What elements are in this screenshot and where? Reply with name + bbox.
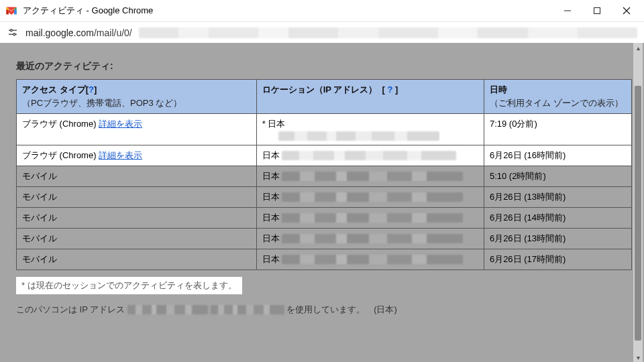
cell-datetime: 6月26日 (14時間前)	[484, 207, 631, 228]
show-details-link[interactable]: 詳細を表示	[99, 119, 142, 129]
location-redacted	[282, 151, 456, 160]
table-row: モバイル日本 5:10 (2時間前)	[17, 166, 632, 186]
cell-access-type: モバイル	[17, 186, 257, 207]
cell-access-type: モバイル	[17, 249, 257, 269]
cell-location: 日本	[256, 145, 484, 166]
col-access-type: アクセス タイプ[?] （PCブラウザ、携帯電話、POP3 など）	[17, 80, 257, 114]
cell-access-type: モバイル	[17, 166, 257, 186]
location-redacted	[282, 213, 463, 223]
url-host: mail.google.com	[25, 27, 94, 38]
url-path: /mail/u/0/	[94, 27, 132, 38]
window-title: アクティビティ - Google Chrome	[23, 5, 153, 17]
location-redacted	[282, 192, 463, 202]
address-bar: mail.google.com/mail/u/0/	[0, 21, 644, 43]
close-button[interactable]	[612, 1, 641, 21]
cell-access-type: モバイル	[17, 228, 257, 249]
maximize-button[interactable]	[582, 1, 612, 21]
help-access-type[interactable]: ?	[89, 84, 94, 95]
table-row: ブラウザ (Chrome) 詳細を表示* 日本7:19 (0分前)	[17, 114, 632, 145]
site-settings-icon[interactable]	[7, 27, 19, 39]
cell-datetime: 6月26日 (13時間前)	[484, 186, 631, 207]
scroll-thumb[interactable]	[635, 86, 641, 341]
location-redacted	[278, 131, 439, 141]
cell-location: 日本	[256, 207, 484, 228]
cell-location: 日本	[256, 249, 484, 269]
ip-address-line: このパソコンは IP アドレス を使用しています。 (日本)	[16, 304, 632, 316]
cell-datetime: 5:10 (2時間前)	[484, 166, 631, 186]
activity-table: アクセス タイプ[?] （PCブラウザ、携帯電話、POP3 など） ロケーション…	[16, 79, 632, 270]
col-location: ロケーション（IP アドレス） [ ? ]	[256, 80, 484, 114]
table-header-row: アクセス タイプ[?] （PCブラウザ、携帯電話、POP3 など） ロケーション…	[17, 80, 632, 114]
cell-location: 日本	[256, 186, 484, 207]
cell-datetime: 6月26日 (16時間前)	[484, 145, 631, 166]
table-row: モバイル日本 6月26日 (17時間前)	[17, 249, 632, 269]
scroll-up-icon[interactable]: ▴	[633, 43, 643, 52]
ip-redacted	[127, 305, 208, 314]
table-row: モバイル日本 6月26日 (13時間前)	[17, 228, 632, 249]
location-redacted	[282, 234, 463, 243]
cell-location: 日本	[256, 228, 484, 249]
table-row: モバイル日本 6月26日 (14時間前)	[17, 207, 632, 228]
svg-point-5	[10, 29, 12, 31]
cell-datetime: 6月26日 (13時間前)	[484, 228, 631, 249]
window-controls	[553, 1, 641, 21]
url-redacted	[139, 27, 637, 38]
cell-location: * 日本	[256, 114, 484, 145]
window-titlebar: アクティビティ - Google Chrome	[0, 0, 644, 21]
cell-access-type: ブラウザ (Chrome) 詳細を表示	[17, 114, 257, 145]
section-heading: 最近のアクティビティ:	[16, 60, 632, 72]
help-location[interactable]: ?	[387, 84, 392, 95]
cell-datetime: 7:19 (0分前)	[484, 114, 631, 145]
cell-access-type: ブラウザ (Chrome) 詳細を表示	[17, 145, 257, 166]
table-row: ブラウザ (Chrome) 詳細を表示日本 6月26日 (16時間前)	[17, 145, 632, 166]
cell-datetime: 6月26日 (17時間前)	[484, 249, 631, 269]
gmail-icon	[5, 6, 17, 15]
vertical-scrollbar[interactable]: ▴ ▾	[633, 43, 643, 362]
table-row: モバイル日本 6月26日 (13時間前)	[17, 186, 632, 207]
ip-redacted	[211, 305, 284, 314]
show-details-link[interactable]: 詳細を表示	[99, 150, 142, 160]
cell-access-type: モバイル	[17, 207, 257, 228]
location-redacted	[282, 255, 463, 264]
scroll-down-icon[interactable]: ▾	[633, 353, 643, 362]
svg-rect-1	[594, 8, 600, 14]
minimize-button[interactable]	[553, 1, 582, 21]
url-display[interactable]: mail.google.com/mail/u/0/	[25, 27, 132, 38]
svg-point-7	[13, 33, 15, 35]
current-session-footnote: * は現在のセッションでのアクティビティを表します。	[16, 277, 242, 294]
page-viewport: 最近のアクティビティ: アクセス タイプ[?] （PCブラウザ、携帯電話、POP…	[0, 43, 644, 362]
cell-location: 日本	[256, 166, 484, 186]
col-datetime: 日時 （ご利用タイム ゾーンでの表示）	[484, 80, 631, 114]
location-redacted	[282, 172, 463, 181]
